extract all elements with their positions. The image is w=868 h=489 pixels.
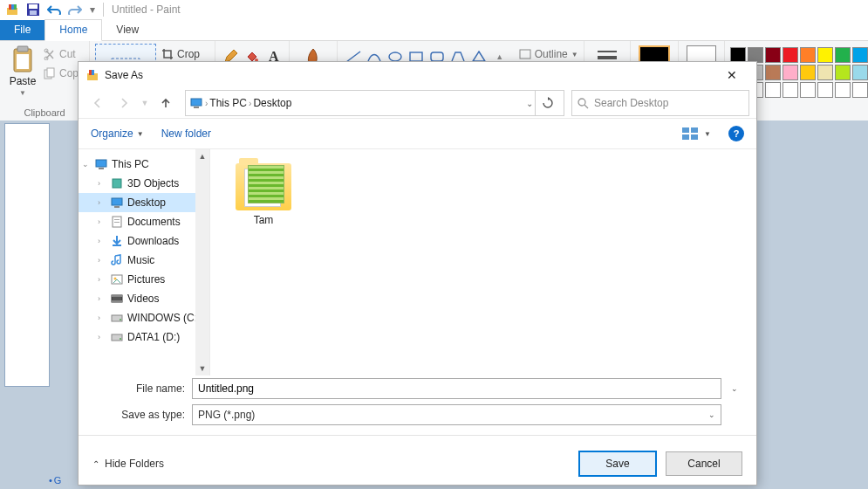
svg-rect-1: [9, 4, 11, 10]
svg-rect-46: [114, 219, 120, 220]
dialog-title: Save As: [105, 69, 709, 81]
search-input[interactable]: Search Desktop: [571, 90, 749, 116]
breadcrumb[interactable]: › This PC › Desktop ⌄: [185, 90, 564, 116]
pc-small-icon: [189, 96, 203, 110]
chevron-down-icon[interactable]: ⌄: [526, 99, 533, 108]
svg-rect-24: [520, 50, 530, 59]
tab-home[interactable]: Home: [44, 19, 102, 41]
svg-rect-36: [682, 127, 689, 133]
tab-bar: File Home View: [0, 19, 868, 41]
tree-item-this-pc[interactable]: ⌄This PC: [79, 155, 209, 174]
paste-button[interactable]: Paste ▼: [5, 44, 40, 97]
qat-more-icon[interactable]: ▾: [86, 1, 99, 18]
hide-folders-button[interactable]: ⌃ Hide Folders: [92, 458, 164, 470]
doc-icon: [110, 215, 124, 229]
color-swatch[interactable]: [817, 65, 833, 80]
music-icon: [110, 253, 124, 267]
filename-label: File name:: [94, 382, 185, 395]
savetype-combo[interactable]: PNG (*.png) ⌄: [192, 404, 721, 425]
drive-icon: [110, 311, 124, 325]
file-list[interactable]: Tam: [210, 149, 756, 375]
filename-input[interactable]: [192, 378, 721, 399]
save-button[interactable]: Save: [578, 451, 657, 477]
color-swatch[interactable]: [800, 65, 816, 80]
app-icon: [3, 1, 22, 18]
cancel-button[interactable]: Cancel: [666, 451, 742, 476]
svg-point-50: [114, 278, 117, 280]
close-icon[interactable]: ✕: [714, 63, 749, 87]
folder-item[interactable]: Tam: [224, 163, 303, 226]
color-swatch[interactable]: [765, 65, 781, 80]
color-swatch[interactable]: [817, 47, 833, 63]
svg-rect-39: [691, 134, 698, 140]
canvas-marker: • G: [49, 475, 61, 486]
svg-rect-5: [29, 4, 38, 9]
svg-rect-44: [114, 206, 120, 208]
window-title: Untitled - Paint: [112, 3, 181, 16]
color-swatch[interactable]: [765, 82, 781, 98]
down-icon: [110, 234, 124, 248]
crop-button[interactable]: Crop: [161, 45, 209, 63]
3d-icon: [110, 176, 124, 190]
tab-file[interactable]: File: [0, 20, 44, 40]
tree-item-videos[interactable]: ›Videos: [79, 289, 209, 308]
color-swatch[interactable]: [835, 65, 851, 80]
color-swatch[interactable]: [852, 82, 868, 98]
canvas[interactable]: [5, 124, 49, 386]
nav-recent-button[interactable]: ▼: [138, 91, 152, 115]
svg-point-55: [120, 319, 121, 320]
tree-item-pictures[interactable]: ›Pictures: [79, 270, 209, 289]
color-swatch[interactable]: [817, 82, 833, 98]
tree-scrollbar[interactable]: ▲ ▼: [195, 149, 209, 375]
help-icon[interactable]: ?: [728, 126, 744, 141]
svg-rect-2: [11, 4, 14, 10]
color-swatch[interactable]: [852, 65, 868, 80]
svg-rect-23: [431, 52, 443, 61]
tree-item-windows-c-[interactable]: ›WINDOWS (C:): [79, 308, 209, 327]
copy-icon: [44, 67, 56, 79]
color-swatch[interactable]: [783, 82, 798, 98]
tree-item-desktop[interactable]: ›Desktop: [79, 193, 209, 212]
color-swatch[interactable]: [783, 47, 798, 63]
color-swatch[interactable]: [835, 82, 851, 98]
color-swatch[interactable]: [765, 47, 781, 63]
color-swatch[interactable]: [852, 47, 868, 63]
tree-item-data1-d-[interactable]: ›DATA1 (D:): [79, 327, 209, 347]
nav-up-button[interactable]: [154, 91, 178, 115]
chevron-up-icon: ⌃: [92, 459, 99, 469]
tree-item-3d-objects[interactable]: ›3D Objects: [79, 174, 209, 193]
desktop-icon: [110, 196, 124, 210]
svg-rect-48: [113, 244, 121, 246]
nav-forward-button[interactable]: [112, 91, 136, 115]
refresh-button[interactable]: [535, 91, 560, 115]
crop-icon: [161, 48, 174, 60]
redo-icon[interactable]: [65, 1, 85, 18]
new-folder-button[interactable]: New folder: [161, 127, 211, 140]
outline-button[interactable]: Outline▼: [519, 45, 578, 63]
svg-point-21: [389, 52, 401, 61]
nav-back-button[interactable]: [85, 91, 110, 115]
svg-rect-37: [691, 127, 698, 133]
tree-item-documents[interactable]: ›Documents: [79, 212, 209, 231]
tab-view[interactable]: View: [102, 20, 153, 40]
organize-button[interactable]: Organize▼: [91, 127, 144, 140]
filename-dropdown-icon[interactable]: ⌄: [728, 384, 741, 393]
svg-rect-43: [112, 198, 122, 205]
view-mode-icon[interactable]: [681, 127, 699, 141]
chevron-right-icon: ›: [98, 198, 106, 207]
color-swatch[interactable]: [800, 82, 816, 98]
clipboard-icon: [10, 45, 35, 73]
color-swatch[interactable]: [835, 47, 851, 63]
svg-rect-6: [30, 10, 37, 15]
chevron-right-icon: ›: [98, 217, 106, 226]
svg-rect-33: [191, 99, 202, 106]
tree-item-music[interactable]: ›Music: [79, 251, 209, 270]
color-swatch[interactable]: [800, 47, 816, 63]
save-icon[interactable]: [24, 1, 43, 18]
cut-button[interactable]: Cut: [44, 45, 84, 63]
color-swatch[interactable]: [783, 65, 798, 80]
svg-rect-47: [114, 222, 120, 223]
svg-rect-40: [96, 160, 106, 167]
undo-icon[interactable]: [44, 1, 64, 18]
tree-item-downloads[interactable]: ›Downloads: [79, 231, 209, 251]
